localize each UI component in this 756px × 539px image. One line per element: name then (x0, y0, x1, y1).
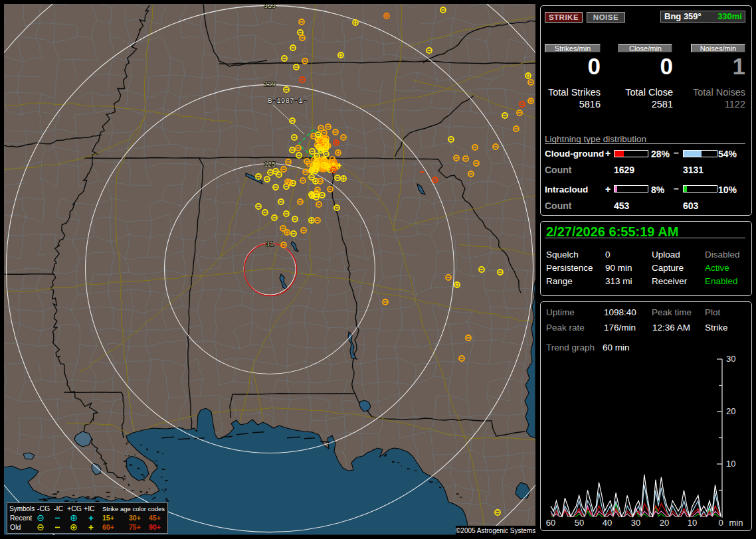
svg-text:40: 40 (603, 518, 612, 528)
svg-text:125: 125 (264, 161, 276, 169)
svg-text:20: 20 (660, 518, 669, 528)
svg-text:313: 313 (264, 4, 276, 10)
svg-text:75+: 75+ (129, 523, 141, 531)
svg-text:31: 31 (266, 241, 274, 248)
svg-text:-IC: -IC (54, 504, 63, 512)
svg-text:0: 0 (718, 518, 723, 528)
svg-text:Recent: Recent (10, 514, 32, 522)
svg-text:30+: 30+ (129, 514, 141, 522)
svg-text:-CG: -CG (37, 504, 50, 512)
svg-text:Strike age color codes: Strike age color codes (102, 505, 165, 512)
svg-text:+CG: +CG (67, 504, 82, 512)
svg-text:60+: 60+ (102, 523, 114, 531)
svg-text:min: min (729, 518, 743, 528)
svg-text:30: 30 (726, 354, 735, 364)
svg-text:219: 219 (264, 81, 276, 88)
svg-text:60: 60 (546, 518, 555, 528)
svg-text:50: 50 (575, 518, 584, 528)
svg-text:Symbols: Symbols (9, 505, 35, 512)
svg-text:20: 20 (726, 406, 735, 416)
svg-text:90+: 90+ (149, 523, 161, 531)
svg-text:10: 10 (688, 518, 697, 528)
svg-text:30: 30 (631, 518, 640, 528)
svg-text:45+: 45+ (149, 514, 161, 522)
svg-text:Old: Old (10, 523, 21, 531)
svg-text:B-1987-1-: B-1987-1- (268, 97, 307, 105)
svg-text:15+: 15+ (102, 514, 114, 522)
svg-text:+IC: +IC (84, 504, 95, 512)
svg-text:10: 10 (726, 459, 735, 469)
